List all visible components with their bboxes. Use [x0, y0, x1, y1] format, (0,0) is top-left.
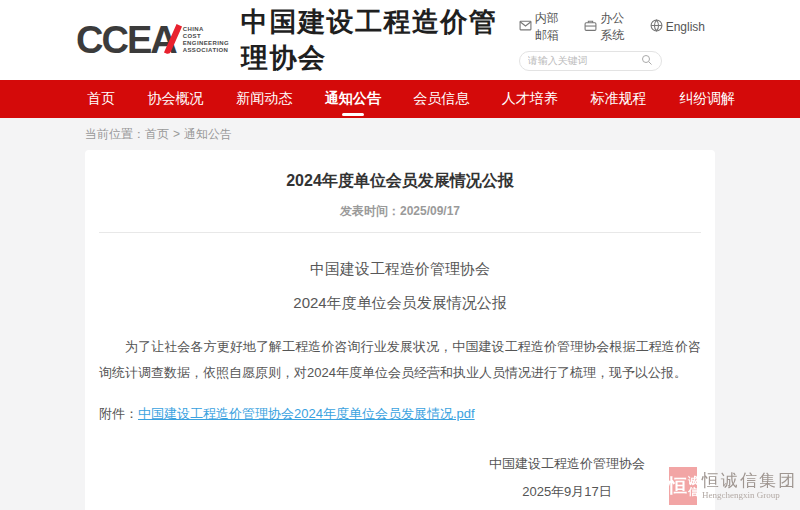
- nav-item-notices[interactable]: 通知公告: [323, 80, 383, 118]
- document-org-line: 中国建设工程造价管理协会: [99, 260, 701, 279]
- english-link[interactable]: English: [650, 10, 705, 44]
- nav-item-standards[interactable]: 标准规程: [588, 80, 648, 118]
- search-input[interactable]: [528, 55, 641, 66]
- logo-subtitle: CHINA COST ENGINEERING ASSOCIATION: [183, 26, 229, 54]
- mail-icon: [519, 19, 532, 35]
- article-card: 2024年度单位会员发展情况公报 发表时间：2025/09/17 中国建设工程造…: [85, 150, 715, 510]
- signature-date: 2025年9月17日: [489, 478, 645, 506]
- logo-sub-line: ENGINEERING: [183, 40, 229, 47]
- signature-block: 中国建设工程造价管理协会 2025年9月17日: [99, 450, 701, 506]
- breadcrumb-separator: >: [173, 127, 180, 141]
- org-name: 中国建设工程造价管理协会: [241, 4, 519, 76]
- search-box: [519, 51, 662, 71]
- internal-mail-link[interactable]: 内部邮箱: [519, 10, 569, 44]
- nav-item-about[interactable]: 协会概况: [146, 80, 206, 118]
- seal-char-big: 恒: [668, 473, 687, 499]
- article-publish-date: 发表时间：2025/09/17: [99, 203, 701, 220]
- site-logo[interactable]: CCEA CHINA COST ENGINEERING ASSOCIATION …: [76, 4, 519, 76]
- breadcrumb-home-link[interactable]: 首页: [145, 127, 169, 141]
- breadcrumb: 当前位置：首页>通知公告: [0, 118, 800, 150]
- title-divider: [99, 232, 701, 233]
- search-icon[interactable]: [641, 52, 653, 70]
- publish-date-value: 2025/09/17: [400, 204, 460, 218]
- seal-char-top: 诚: [688, 475, 698, 486]
- publish-date-label: 发表时间：: [340, 204, 400, 218]
- quick-link-label: 办公系统: [600, 10, 634, 44]
- signature-org: 中国建设工程造价管理协会: [489, 450, 645, 478]
- breadcrumb-current-link[interactable]: 通知公告: [184, 127, 232, 141]
- office-system-link[interactable]: 办公系统: [584, 10, 634, 44]
- logo-acronym-text: CCEA: [76, 19, 176, 61]
- quick-link-label: English: [666, 20, 705, 34]
- main-nav: 首页 协会概况 新闻动态 通知公告 会员信息 人才培养 标准规程 纠纷调解: [0, 80, 800, 118]
- attachment-row: 附件：中国建设工程造价管理协会2024年度单位会员发展情况.pdf: [99, 405, 701, 423]
- nav-item-mediation[interactable]: 纠纷调解: [677, 80, 737, 118]
- logo-sub-line: COST: [183, 33, 229, 40]
- quick-links: 内部邮箱 办公系统 English: [519, 10, 705, 44]
- globe-icon: [650, 19, 663, 35]
- briefcase-icon: [584, 19, 597, 35]
- watermark-name-en: Hengchengxin Group: [702, 490, 797, 501]
- logo-sub-line: ASSOCIATION: [183, 47, 229, 54]
- logo-sub-line: CHINA: [183, 26, 229, 33]
- nav-item-home[interactable]: 首页: [85, 80, 117, 118]
- breadcrumb-prefix: 当前位置：: [85, 127, 145, 141]
- watermark-name: 恒诚信集团: [702, 472, 797, 490]
- attachment-label: 附件：: [99, 406, 138, 421]
- main-nav-items: 首页 协会概况 新闻动态 通知公告 会员信息 人才培养 标准规程 纠纷调解: [85, 80, 737, 118]
- nav-item-news[interactable]: 新闻动态: [234, 80, 294, 118]
- site-header: CCEA CHINA COST ENGINEERING ASSOCIATION …: [0, 0, 800, 80]
- article-title: 2024年度单位会员发展情况公报: [99, 150, 701, 192]
- hengchengxin-watermark: 恒 诚 信 恒诚信集团 Hengchengxin Group: [669, 467, 797, 505]
- quick-link-label: 内部邮箱: [535, 10, 569, 44]
- hengchengxin-seal-logo: 恒 诚 信: [669, 467, 697, 505]
- seal-char-bottom: 信: [688, 486, 698, 497]
- document-paragraph: 为了让社会各方更好地了解工程造价咨询行业发展状况，中国建设工程造价管理协会根据工…: [99, 334, 701, 386]
- attachment-pdf-link[interactable]: 中国建设工程造价管理协会2024年度单位会员发展情况.pdf: [138, 406, 475, 421]
- header-right: 内部邮箱 办公系统 English: [519, 10, 705, 71]
- logo-acronym: CCEA: [76, 21, 176, 59]
- nav-item-members[interactable]: 会员信息: [411, 80, 471, 118]
- nav-item-training[interactable]: 人才培养: [500, 80, 560, 118]
- document-title-line: 2024年度单位会员发展情况公报: [99, 294, 701, 313]
